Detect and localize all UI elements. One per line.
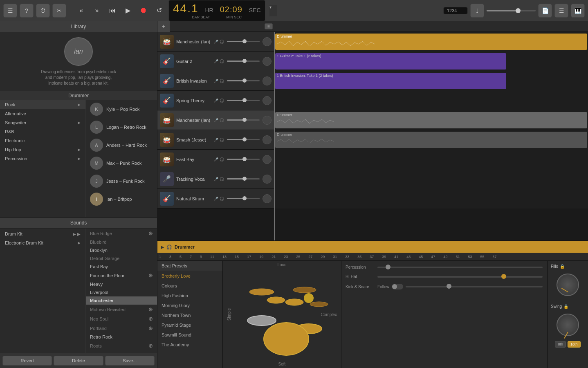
- scissors-btn[interactable]: ✂: [52, 4, 66, 18]
- track-region-6[interactable]: Drummer: [275, 132, 587, 148]
- bottom-headphone-btn[interactable]: 🎧: [166, 245, 172, 250]
- genre-item-hiphop[interactable]: Hip Hop ▶: [0, 145, 85, 154]
- drummer-item-kyle[interactable]: K Kyle – Pop Rock: [86, 100, 157, 118]
- beat-preset-sawmill-sound[interactable]: Sawmill Sound: [157, 330, 222, 340]
- track-headphone-btn-3[interactable]: 🎧: [220, 79, 224, 83]
- sound-add-portland[interactable]: ⊕: [148, 325, 153, 331]
- fills-lock-icon[interactable]: 🔒: [560, 264, 565, 269]
- bass-drum[interactable]: [264, 323, 309, 355]
- library-btn[interactable]: ☰: [3, 4, 17, 18]
- track-fader-4[interactable]: [227, 100, 260, 101]
- note-8th-btn[interactable]: 8th: [555, 341, 566, 348]
- crash-cymbal[interactable]: [293, 287, 316, 293]
- tom2[interactable]: [285, 299, 303, 305]
- track-mic-btn-3[interactable]: 🎤: [214, 79, 218, 83]
- perc-hihat-slider[interactable]: [377, 276, 543, 278]
- genre-item-percussion[interactable]: Percussion ▶: [0, 154, 85, 163]
- time-dropdown[interactable]: ▾: [269, 5, 277, 16]
- ride-cymbal[interactable]: [310, 302, 328, 307]
- kit-play-icon[interactable]: ▶: [73, 232, 76, 236]
- revert-btn[interactable]: Revert: [2, 356, 52, 366]
- sound-item-liverpool[interactable]: Liverpool: [86, 288, 157, 296]
- track-fader-2[interactable]: [227, 61, 260, 62]
- sound-item-heavy[interactable]: Heavy: [86, 280, 157, 288]
- perc-percussion-slider[interactable]: [377, 267, 543, 268]
- track-headphone-btn-8[interactable]: 🎧: [220, 177, 224, 181]
- swing-lock-icon[interactable]: 🔒: [563, 304, 568, 309]
- track-vol-knob-4[interactable]: [263, 96, 272, 105]
- perc-kick-slider[interactable]: [406, 286, 543, 287]
- track-timeline-cell-4[interactable]: [274, 91, 588, 110]
- beat-preset-the-academy[interactable]: The Academy: [157, 340, 222, 350]
- track-fader-7[interactable]: [227, 159, 260, 160]
- drummer-item-logan[interactable]: L Logan – Retro Rock: [86, 118, 157, 136]
- sound-item-bluebird[interactable]: Bluebird: [86, 238, 157, 246]
- save-btn[interactable]: Save...: [105, 356, 155, 366]
- swing-knob[interactable]: [557, 314, 579, 336]
- track-headphone-btn-2[interactable]: 🎧: [220, 59, 224, 63]
- track-vol-knob-6[interactable]: [263, 135, 272, 144]
- track-region-2[interactable]: 1 Guitar 2: Take 1 (2 takes): [275, 53, 506, 70]
- track-mic-btn-5[interactable]: 🎤: [214, 118, 218, 122]
- track-region-1[interactable]: Drummer: [275, 34, 587, 50]
- track-region-3[interactable]: 1 British Invasion: Take 1 (2 takes): [275, 73, 506, 89]
- list-btn[interactable]: ☰: [554, 4, 568, 18]
- track-headphone-btn-1[interactable]: 🎧: [220, 40, 224, 44]
- sound-add-blueridge[interactable]: ⊕: [148, 230, 153, 236]
- sound-item-neosoul[interactable]: Neo Soul ⊕: [86, 314, 157, 323]
- master-volume-slider[interactable]: [487, 10, 536, 11]
- track-headphone-btn-4[interactable]: 🎧: [220, 99, 224, 103]
- track-mic-btn-8[interactable]: 🎤: [214, 177, 218, 181]
- tuner-btn[interactable]: ♩: [470, 4, 484, 18]
- track-mic-btn-9[interactable]: 🎤: [214, 197, 218, 201]
- follow-toggle[interactable]: [392, 284, 403, 289]
- track-mic-btn-2[interactable]: 🎤: [214, 59, 218, 63]
- sound-item-portland[interactable]: Portland ⊕: [86, 323, 157, 333]
- kit-item-drum[interactable]: Drum Kit ▶ ▶: [0, 229, 85, 238]
- smart-controls-toggle[interactable]: ≡: [265, 23, 273, 29]
- track-timeline-cell-6[interactable]: Drummer: [274, 130, 588, 150]
- fills-knob[interactable]: [557, 274, 579, 296]
- score-btn[interactable]: 📄: [538, 4, 552, 18]
- skip-back-btn[interactable]: ⏮: [105, 4, 119, 18]
- tom1[interactable]: [267, 297, 285, 303]
- sound-item-blueridge[interactable]: Blue Ridge ⊕: [86, 229, 157, 238]
- smart-tempo-btn[interactable]: ⏱: [36, 4, 50, 18]
- piano-roll-btn[interactable]: 🎹: [571, 4, 585, 18]
- track-mic-btn-1[interactable]: 🎤: [214, 40, 218, 44]
- play-btn[interactable]: ▶: [121, 4, 135, 18]
- genre-item-rock[interactable]: Rock ▶: [0, 100, 85, 109]
- track-fader-6[interactable]: [227, 139, 260, 140]
- sound-item-eastbay[interactable]: East Bay: [86, 263, 157, 271]
- hihat-cymbal[interactable]: [249, 289, 274, 295]
- track-timeline-cell-1[interactable]: Drummer: [274, 32, 588, 52]
- add-track-btn[interactable]: +: [157, 21, 170, 32]
- record-btn[interactable]: ⏺: [137, 4, 150, 18]
- sound-add-roots[interactable]: ⊕: [148, 343, 153, 349]
- beat-preset-colours[interactable]: Colours: [157, 281, 222, 291]
- drummer-item-jesse[interactable]: J Jesse – Funk Rock: [86, 172, 157, 190]
- sound-add-neosoul[interactable]: ⊕: [148, 316, 153, 322]
- snare-drum[interactable]: [247, 316, 276, 325]
- drummer-item-max[interactable]: M Max – Punk Rock: [86, 154, 157, 172]
- track-headphone-btn-6[interactable]: 🎧: [220, 138, 224, 142]
- track-timeline-cell-3[interactable]: 1 British Invasion: Take 1 (2 takes): [274, 71, 588, 91]
- track-timeline-cell-9[interactable]: [274, 189, 588, 209]
- track-timeline-cell-7[interactable]: [274, 150, 588, 169]
- beat-preset-brotherly-love[interactable]: Brotherly Love: [157, 271, 222, 281]
- track-vol-knob-7[interactable]: [263, 155, 272, 164]
- sound-item-motown[interactable]: Motown Revisited ⊕: [86, 305, 157, 314]
- track-vol-knob-2[interactable]: [263, 57, 272, 66]
- note-16th-btn[interactable]: 16th: [568, 341, 581, 348]
- genre-item-electronic[interactable]: Electronic: [0, 136, 85, 145]
- drummer-item-ian[interactable]: i Ian – Britpop: [86, 190, 157, 208]
- track-vol-knob-8[interactable]: [263, 175, 272, 184]
- track-timeline-cell-8[interactable]: [274, 169, 588, 189]
- sound-item-retrorock[interactable]: Retro Rock: [86, 333, 157, 341]
- sound-item-detroit[interactable]: Detroit Garage: [86, 254, 157, 263]
- sound-item-manchester[interactable]: Manchester: [86, 296, 157, 305]
- track-vol-knob-1[interactable]: [263, 37, 272, 46]
- sound-item-fouronfloor[interactable]: Four on the Floor ⊕: [86, 271, 157, 280]
- track-timeline-cell-5[interactable]: Drummer: [274, 110, 588, 130]
- track-region-5[interactable]: Drummer: [275, 112, 587, 128]
